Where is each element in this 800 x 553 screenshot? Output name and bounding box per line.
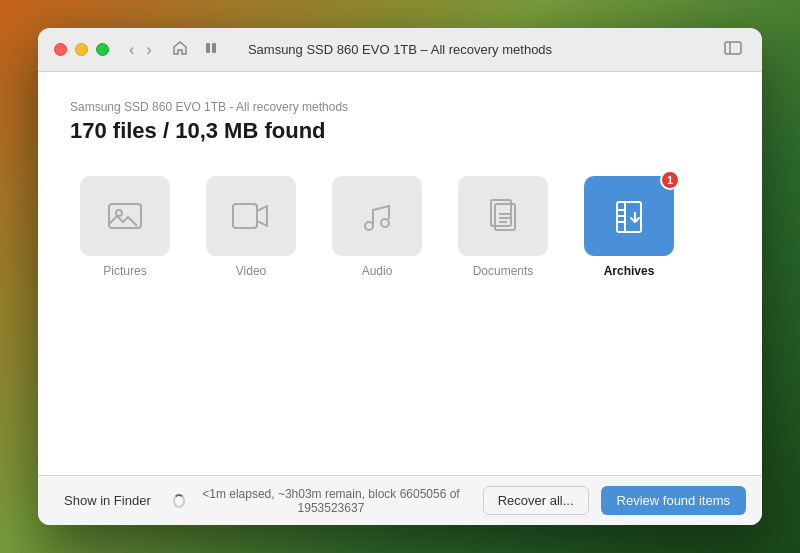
pictures-label: Pictures xyxy=(103,264,146,278)
window-title: Samsung SSD 860 EVO 1TB – All recovery m… xyxy=(248,42,552,57)
back-button[interactable]: ‹ xyxy=(125,40,138,60)
archives-icon-wrapper: 1 xyxy=(584,176,674,256)
status-text: <1m elapsed, ~3h03m remain, block 660505… xyxy=(191,487,470,515)
archives-label: Archives xyxy=(604,264,655,278)
content-subtitle: Samsung SSD 860 EVO 1TB - All recovery m… xyxy=(70,100,730,114)
status-area: <1m elapsed, ~3h03m remain, block 660505… xyxy=(173,487,471,515)
file-types-grid: Pictures Video xyxy=(70,176,730,278)
content-main-title: 170 files / 10,3 MB found xyxy=(70,118,730,144)
content-area: Samsung SSD 860 EVO 1TB - All recovery m… xyxy=(38,72,762,475)
maximize-button[interactable] xyxy=(96,43,109,56)
archives-icon xyxy=(584,176,674,256)
video-icon xyxy=(206,176,296,256)
documents-icon xyxy=(458,176,548,256)
file-type-audio[interactable]: Audio xyxy=(322,176,432,278)
sidebar-toggle-button[interactable] xyxy=(720,39,746,61)
audio-icon xyxy=(332,176,422,256)
video-icon-wrapper xyxy=(206,176,296,256)
pause-button[interactable] xyxy=(200,39,222,60)
file-type-video[interactable]: Video xyxy=(196,176,306,278)
svg-point-7 xyxy=(365,222,373,230)
file-type-documents[interactable]: Documents xyxy=(448,176,558,278)
svg-rect-6 xyxy=(233,204,257,228)
audio-label: Audio xyxy=(362,264,393,278)
svg-rect-1 xyxy=(212,43,216,53)
titlebar: ‹ › Samsung SSD 860 EVO 1TB – All recove… xyxy=(38,28,762,72)
pictures-icon xyxy=(80,176,170,256)
video-label: Video xyxy=(236,264,266,278)
svg-rect-2 xyxy=(725,42,741,54)
traffic-lights xyxy=(54,43,109,56)
svg-point-8 xyxy=(381,219,389,227)
home-button[interactable] xyxy=(168,38,192,62)
progress-spinner xyxy=(173,494,186,508)
review-found-items-button[interactable]: Review found items xyxy=(601,486,746,515)
bottombar: Show in Finder <1m elapsed, ~3h03m remai… xyxy=(38,475,762,525)
archives-badge: 1 xyxy=(660,170,680,190)
show-in-finder-button[interactable]: Show in Finder xyxy=(54,487,161,514)
minimize-button[interactable] xyxy=(75,43,88,56)
file-type-pictures[interactable]: Pictures xyxy=(70,176,180,278)
svg-rect-0 xyxy=(206,43,210,53)
pictures-icon-wrapper xyxy=(80,176,170,256)
recover-all-button[interactable]: Recover all... xyxy=(483,486,589,515)
nav-buttons: ‹ › xyxy=(125,40,156,60)
documents-label: Documents xyxy=(473,264,534,278)
file-type-archives[interactable]: 1 Archives xyxy=(574,176,684,278)
main-window: ‹ › Samsung SSD 860 EVO 1TB – All recove… xyxy=(38,28,762,525)
documents-icon-wrapper xyxy=(458,176,548,256)
forward-button[interactable]: › xyxy=(142,40,155,60)
close-button[interactable] xyxy=(54,43,67,56)
audio-icon-wrapper xyxy=(332,176,422,256)
